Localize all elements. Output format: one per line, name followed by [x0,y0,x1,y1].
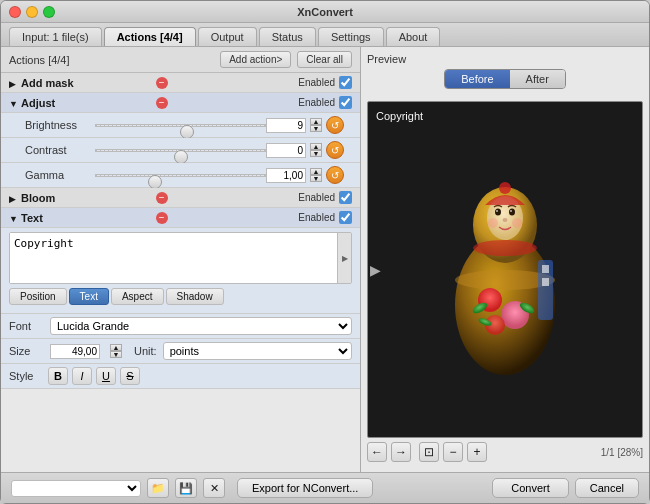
preview-zoom-in-button[interactable]: + [467,442,487,462]
tab-about[interactable]: About [386,27,441,46]
size-input[interactable] [50,344,100,359]
text-scrollbar[interactable]: ▶ [337,233,351,283]
gamma-spinner[interactable]: ▲ ▼ [310,168,322,182]
preview-tab-after[interactable]: After [510,70,565,88]
bottom-folder-select[interactable] [11,480,141,497]
svg-point-16 [488,218,498,228]
text-section: Copyright ▶ Position Text Aspect Shadow [1,228,360,314]
clear-all-label: Clear all [306,54,343,65]
preview-nav-arrow[interactable]: ▶ [370,262,381,278]
svg-point-15 [503,218,508,222]
style-strikethrough-button[interactable]: S [120,367,140,385]
add-action-label: Add action> [229,54,282,65]
font-row: Font Lucida Grande [1,314,360,339]
action-row-addmask: ▶ Add mask − Enabled [1,73,360,93]
size-down-arrow[interactable]: ▼ [110,351,122,358]
preview-next-button[interactable]: → [391,442,411,462]
preview-tab-before[interactable]: Before [445,70,509,88]
actions-header: Actions [4/4] Add action> Clear all [1,47,360,73]
contrast-spinner[interactable]: ▲ ▼ [310,143,322,157]
contrast-slider[interactable] [95,143,266,157]
expand-adjust-icon[interactable]: ▼ [9,99,17,107]
size-spinner[interactable]: ▲ ▼ [110,344,122,358]
preview-copyright-text: Copyright [376,110,423,122]
contrast-up-arrow[interactable]: ▲ [310,143,322,150]
tab-input[interactable]: Input: 1 file(s) [9,27,102,46]
bloom-label: Bloom [21,192,152,204]
contrast-reset-button[interactable]: ↺ [326,141,344,159]
brightness-down-arrow[interactable]: ▼ [310,125,322,132]
text-textarea[interactable]: Copyright [10,233,337,283]
font-select[interactable]: Lucida Grande [50,317,352,335]
export-button[interactable]: Export for NConvert... [237,478,373,498]
brightness-label: Brightness [25,119,95,131]
unit-select[interactable]: points [163,342,352,360]
bottom-bar: 📁 💾 ✕ Export for NConvert... Convert Can… [1,472,649,503]
sub-tabs: Position Text Aspect Shadow [9,288,352,305]
style-underline-button[interactable]: U [96,367,116,385]
brightness-value[interactable] [266,118,306,133]
remove-adjust-button[interactable]: − [156,97,168,109]
export-label: Export for NConvert... [252,482,358,494]
bottom-delete-button[interactable]: ✕ [203,478,225,498]
preview-prev-button[interactable]: ← [367,442,387,462]
style-italic-button[interactable]: I [72,367,92,385]
close-button[interactable] [9,6,21,18]
cancel-button[interactable]: Cancel [575,478,639,498]
gamma-label: Gamma [25,169,95,181]
sub-tab-shadow[interactable]: Shadow [166,288,224,305]
tab-status[interactable]: Status [259,27,316,46]
tab-settings[interactable]: Settings [318,27,384,46]
gamma-reset-button[interactable]: ↺ [326,166,344,184]
minimize-button[interactable] [26,6,38,18]
adjust-enabled-checkbox[interactable] [339,96,352,109]
addmask-enabled-checkbox[interactable] [339,76,352,89]
preview-fit-button[interactable]: ⊡ [419,442,439,462]
sub-tab-position[interactable]: Position [9,288,67,305]
maximize-button[interactable] [43,6,55,18]
convert-button[interactable]: Convert [492,478,569,498]
remove-addmask-button[interactable]: − [156,77,168,89]
gamma-down-arrow[interactable]: ▼ [310,175,322,182]
gamma-value[interactable] [266,168,306,183]
gamma-up-arrow[interactable]: ▲ [310,168,322,175]
size-up-arrow[interactable]: ▲ [110,344,122,351]
add-action-button[interactable]: Add action> [220,51,291,68]
expand-text-icon[interactable]: ▼ [9,214,17,222]
remove-bloom-button[interactable]: − [156,192,168,204]
text-enabled-checkbox[interactable] [339,211,352,224]
font-label: Font [9,320,44,332]
brightness-up-arrow[interactable]: ▲ [310,118,322,125]
contrast-down-arrow[interactable]: ▼ [310,150,322,157]
bloom-enabled-checkbox[interactable] [339,191,352,204]
expand-bloom-icon[interactable]: ▶ [9,194,17,202]
sub-tab-text[interactable]: Text [69,288,109,305]
style-bold-button[interactable]: B [48,367,68,385]
preview-zoom-out-button[interactable]: − [443,442,463,462]
bottom-folder-button[interactable]: 📁 [147,478,169,498]
bottom-save-button[interactable]: 💾 [175,478,197,498]
svg-point-14 [510,210,512,212]
brightness-reset-button[interactable]: ↺ [326,116,344,134]
remove-text-button[interactable]: − [156,212,168,224]
brightness-row: Brightness ▲ ▼ ↺ [1,113,360,138]
title-bar: XnConvert [1,1,649,23]
sub-tab-aspect[interactable]: Aspect [111,288,164,305]
brightness-slider[interactable] [95,118,266,132]
brightness-spinner[interactable]: ▲ ▼ [310,118,322,132]
expand-addmask-icon[interactable]: ▶ [9,79,17,87]
adjust-enabled-label: Enabled [298,97,335,108]
contrast-value[interactable] [266,143,306,158]
right-panel: Preview Before After Copyright ▶ [361,47,649,472]
main-window: XnConvert Input: 1 file(s) Actions [4/4]… [0,0,650,504]
svg-point-18 [499,182,511,194]
clear-all-button[interactable]: Clear all [297,51,352,68]
tab-actions[interactable]: Actions [4/4] [104,27,196,46]
text-enabled-label: Enabled [298,212,335,223]
action-row-text: ▼ Text − Enabled [1,208,360,228]
action-row-bloom: ▶ Bloom − Enabled [1,188,360,208]
gamma-slider[interactable] [95,168,266,182]
addmask-label: Add mask [21,77,152,89]
left-panel: Actions [4/4] Add action> Clear all ▶ Ad… [1,47,361,472]
tab-output[interactable]: Output [198,27,257,46]
